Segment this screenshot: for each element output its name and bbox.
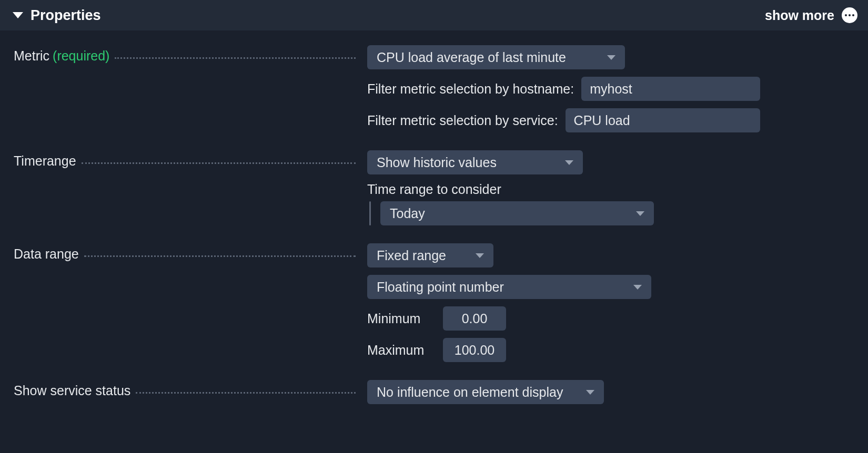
timerange-sub-indent: Today	[367, 201, 857, 225]
timerange-sub: Time range to consider Today	[367, 182, 857, 225]
dotted-leader	[136, 392, 356, 394]
row-status: Show service status No influence on elem…	[14, 380, 857, 404]
filter-service-label: Filter metric selection by service:	[367, 113, 558, 128]
indent-bar	[369, 201, 371, 225]
metric-filter-host-row: Filter metric selection by hostname:	[367, 77, 857, 101]
metric-required: (required)	[53, 48, 109, 64]
dot-icon	[849, 14, 851, 16]
control-col: No influence on element display	[356, 380, 857, 404]
minimum-row: Minimum	[367, 306, 857, 331]
chevron-down-icon	[476, 253, 484, 258]
properties-body: Metric (required) CPU load average of la…	[0, 30, 868, 415]
maximum-row: Maximum	[367, 338, 857, 362]
datarange-label: Data range	[14, 246, 79, 262]
timerange-sub-select[interactable]: Today	[380, 201, 654, 225]
dotted-leader	[84, 255, 356, 257]
label-col: Show service status	[14, 380, 356, 398]
show-more-link[interactable]: show more	[765, 8, 834, 23]
timerange-sub-select-value: Today	[390, 206, 425, 221]
status-select-value: No influence on element display	[377, 385, 563, 400]
chevron-down-icon	[636, 211, 644, 216]
datarange-type-select[interactable]: Floating point number	[367, 275, 651, 299]
status-select[interactable]: No influence on element display	[367, 380, 604, 404]
row-metric: Metric (required) CPU load average of la…	[14, 45, 857, 132]
dotted-leader	[82, 162, 356, 164]
metric-filter-service-row: Filter metric selection by service:	[367, 108, 857, 132]
filter-service-input[interactable]	[566, 108, 760, 132]
metric-select-value: CPU load average of last minute	[377, 50, 566, 65]
minimum-input[interactable]	[443, 306, 506, 331]
label-col: Timerange	[14, 150, 356, 169]
metric-label: Metric	[14, 48, 49, 64]
minimum-label: Minimum	[367, 311, 436, 326]
control-col: CPU load average of last minute Filter m…	[356, 45, 857, 132]
dot-icon	[845, 14, 847, 16]
properties-header: Properties show more	[0, 0, 868, 30]
more-menu-button[interactable]	[842, 7, 857, 23]
chevron-down-icon	[565, 160, 573, 165]
header-right: show more	[765, 7, 857, 23]
row-timerange: Timerange Show historic values Time rang…	[14, 150, 857, 225]
row-datarange: Data range Fixed range Floating point nu…	[14, 243, 857, 362]
control-col: Fixed range Floating point number Minimu…	[356, 243, 857, 362]
header-title: Properties	[31, 7, 101, 24]
label-col: Metric (required)	[14, 45, 356, 64]
dot-icon	[852, 14, 854, 16]
datarange-mode-value: Fixed range	[377, 248, 446, 263]
timerange-select[interactable]: Show historic values	[367, 150, 583, 174]
header-left[interactable]: Properties	[13, 7, 101, 24]
status-label: Show service status	[14, 383, 130, 398]
label-col: Data range	[14, 243, 356, 262]
maximum-input[interactable]	[443, 338, 506, 362]
filter-host-label: Filter metric selection by hostname:	[367, 81, 574, 97]
control-col: Show historic values Time range to consi…	[356, 150, 857, 225]
timerange-sub-label: Time range to consider	[367, 182, 857, 197]
datarange-type-value: Floating point number	[377, 280, 504, 295]
dotted-leader	[115, 57, 356, 59]
maximum-label: Maximum	[367, 343, 436, 358]
chevron-down-icon	[633, 285, 642, 290]
datarange-mode-select[interactable]: Fixed range	[367, 243, 493, 267]
chevron-down-icon	[607, 55, 615, 60]
timerange-label: Timerange	[14, 153, 76, 169]
filter-host-input[interactable]	[581, 77, 760, 101]
chevron-down-icon	[586, 390, 594, 395]
collapse-icon	[13, 12, 23, 18]
timerange-select-value: Show historic values	[377, 155, 497, 170]
metric-select[interactable]: CPU load average of last minute	[367, 45, 625, 69]
